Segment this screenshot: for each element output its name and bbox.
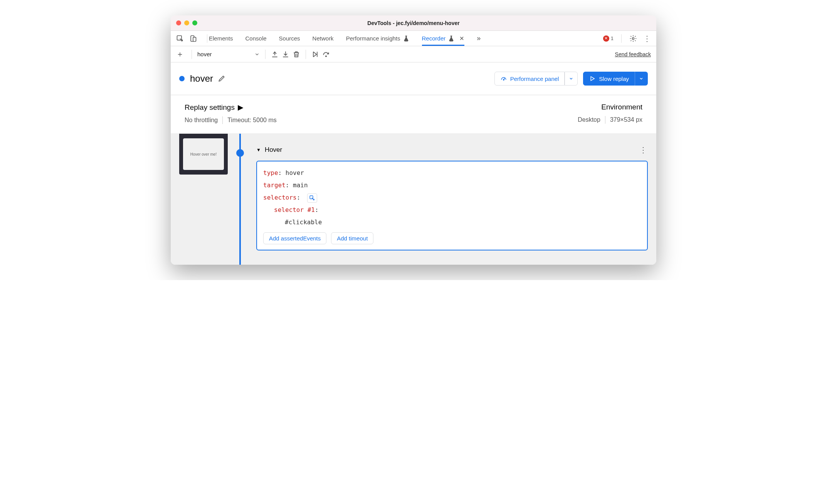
add-asserted-events-button[interactable]: Add assertedEvents xyxy=(263,232,326,244)
replay-dropdown[interactable] xyxy=(635,72,648,86)
dimensions-value: 379×534 px xyxy=(610,116,642,123)
send-feedback-link[interactable]: Send feedback xyxy=(615,51,651,57)
step-marker xyxy=(236,149,244,157)
minimize-window-button[interactable] xyxy=(184,20,189,25)
window-title: DevTools - jec.fyi/demo/menu-hover xyxy=(171,20,656,26)
performance-panel-button[interactable]: Performance panel xyxy=(494,72,565,86)
step-thumbnail[interactable]: Hover over me! xyxy=(179,134,228,175)
close-tab-icon[interactable]: ✕ xyxy=(459,35,464,42)
replay-settings-toggle[interactable]: Replay settings ▶ xyxy=(185,103,277,112)
step-details[interactable]: type: hover target: main selectors: sele… xyxy=(256,161,648,250)
titlebar: DevTools - jec.fyi/demo/menu-hover xyxy=(171,15,656,31)
device-value: Desktop xyxy=(578,116,600,123)
throttling-value: No throttling xyxy=(185,117,218,124)
step-card: ▼ Hover ⋮ type: hover target: main selec… xyxy=(256,134,648,250)
settings-gear-icon[interactable] xyxy=(629,35,637,42)
new-recording-icon[interactable]: ＋ xyxy=(176,49,184,59)
more-tabs-icon[interactable]: » xyxy=(477,34,481,42)
step-over-icon[interactable] xyxy=(322,50,330,58)
add-timeout-button[interactable]: Add timeout xyxy=(331,232,373,244)
timeout-value: Timeout: 5000 ms xyxy=(227,117,276,124)
environment-heading: Environment xyxy=(578,103,642,111)
error-icon: ✕ xyxy=(603,35,609,42)
recording-status-dot xyxy=(179,76,185,81)
recorder-toolbar: ＋ hover Send feedback xyxy=(171,46,656,62)
inspect-icon[interactable] xyxy=(176,35,184,42)
panel-tabs: Elements Console Sources Network Perform… xyxy=(171,31,656,46)
settings-bar: Replay settings ▶ No throttling Timeout:… xyxy=(171,95,656,134)
svg-point-4 xyxy=(325,55,326,57)
import-icon[interactable] xyxy=(271,50,279,58)
slow-replay-button[interactable]: Slow replay xyxy=(583,72,635,86)
svg-point-5 xyxy=(503,79,504,80)
gauge-icon xyxy=(500,75,507,82)
chevron-right-icon: ▶ xyxy=(238,103,244,112)
device-toggle-icon[interactable] xyxy=(189,35,197,42)
tab-console[interactable]: Console xyxy=(245,35,267,42)
maximize-window-button[interactable] xyxy=(192,20,197,25)
collapse-step-icon[interactable]: ▼ xyxy=(256,147,261,153)
recording-dropdown[interactable]: hover xyxy=(197,51,260,57)
export-icon[interactable] xyxy=(282,50,289,58)
step-title: Hover xyxy=(265,146,282,154)
timeline: Hover over me! ▼ Hover ⋮ type: hover tar… xyxy=(171,134,656,265)
traffic-lights xyxy=(176,20,197,25)
chevron-down-icon xyxy=(254,52,260,57)
tab-network[interactable]: Network xyxy=(313,35,334,42)
kebab-menu-icon[interactable]: ⋮ xyxy=(643,34,651,43)
recording-title: hover xyxy=(190,73,213,84)
tab-sources[interactable]: Sources xyxy=(279,35,300,42)
error-count-badge[interactable]: ✕ 1 xyxy=(603,35,614,42)
recording-header: hover Performance panel Slow replay xyxy=(171,62,656,95)
svg-rect-2 xyxy=(193,37,196,41)
step-menu-icon[interactable]: ⋮ xyxy=(639,145,648,155)
tab-elements[interactable]: Elements xyxy=(209,35,233,42)
step-replay-icon[interactable] xyxy=(311,50,319,58)
flask-icon xyxy=(448,35,455,42)
tab-recorder[interactable]: Recorder ✕ xyxy=(422,35,465,46)
edit-title-icon[interactable] xyxy=(218,75,225,82)
thumbnail-content: Hover over me! xyxy=(183,138,224,170)
play-icon xyxy=(589,75,596,82)
performance-panel-dropdown[interactable] xyxy=(565,72,578,86)
selector-picker-icon[interactable] xyxy=(307,193,317,203)
svg-point-3 xyxy=(632,37,634,39)
delete-icon[interactable] xyxy=(292,50,300,58)
flask-icon xyxy=(403,35,410,42)
tab-performance-insights[interactable]: Performance insights xyxy=(346,35,410,42)
close-window-button[interactable] xyxy=(176,20,181,25)
devtools-window: DevTools - jec.fyi/demo/menu-hover Eleme… xyxy=(171,15,656,265)
